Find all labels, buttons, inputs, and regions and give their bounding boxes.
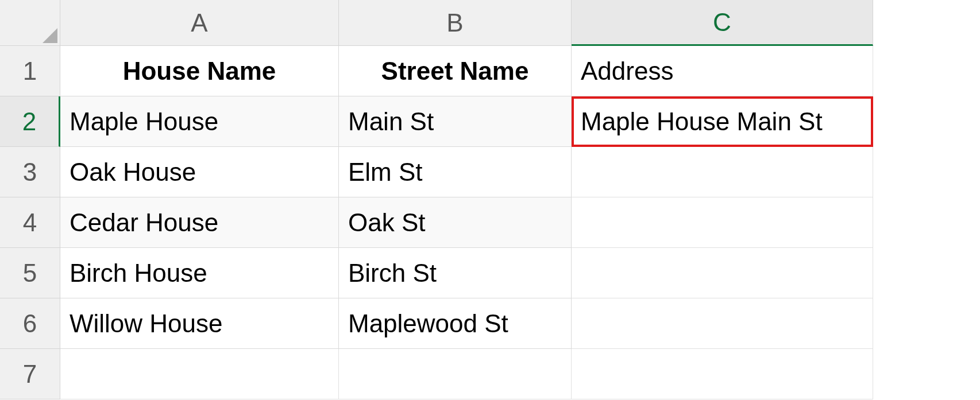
- cell-C3[interactable]: [572, 147, 873, 197]
- row-header-7[interactable]: 7: [0, 349, 60, 399]
- cell-A4[interactable]: Cedar House: [60, 197, 339, 248]
- cell-B5[interactable]: Birch St: [339, 248, 572, 298]
- spreadsheet-grid: A B C 1 House Name Street Name Address 2…: [0, 0, 980, 399]
- cell-A3[interactable]: Oak House: [60, 147, 339, 197]
- row-header-3[interactable]: 3: [0, 147, 60, 197]
- cell-C7[interactable]: [572, 349, 873, 399]
- cell-B3[interactable]: Elm St: [339, 147, 572, 197]
- cell-C6[interactable]: [572, 298, 873, 349]
- cell-B6[interactable]: Maplewood St: [339, 298, 572, 349]
- cell-B1[interactable]: Street Name: [339, 46, 572, 96]
- cell-B7[interactable]: [339, 349, 572, 399]
- row-header-1[interactable]: 1: [0, 46, 60, 96]
- cell-A2[interactable]: Maple House: [60, 96, 339, 147]
- cell-C4[interactable]: [572, 197, 873, 248]
- cell-C1[interactable]: Address: [572, 46, 873, 96]
- select-all-corner[interactable]: [0, 0, 60, 46]
- cell-C2[interactable]: Maple House Main St: [572, 96, 873, 147]
- cell-B2[interactable]: Main St: [339, 96, 572, 147]
- row-header-6[interactable]: 6: [0, 298, 60, 349]
- row-header-5[interactable]: 5: [0, 248, 60, 298]
- column-header-C[interactable]: C: [572, 0, 873, 46]
- row-header-2[interactable]: 2: [0, 96, 60, 147]
- row-header-4[interactable]: 4: [0, 197, 60, 248]
- cell-A5[interactable]: Birch House: [60, 248, 339, 298]
- cell-C5[interactable]: [572, 248, 873, 298]
- cell-B4[interactable]: Oak St: [339, 197, 572, 248]
- column-header-A[interactable]: A: [60, 0, 339, 46]
- column-header-B[interactable]: B: [339, 0, 572, 46]
- cell-A7[interactable]: [60, 349, 339, 399]
- cell-A6[interactable]: Willow House: [60, 298, 339, 349]
- cell-A1[interactable]: House Name: [60, 46, 339, 96]
